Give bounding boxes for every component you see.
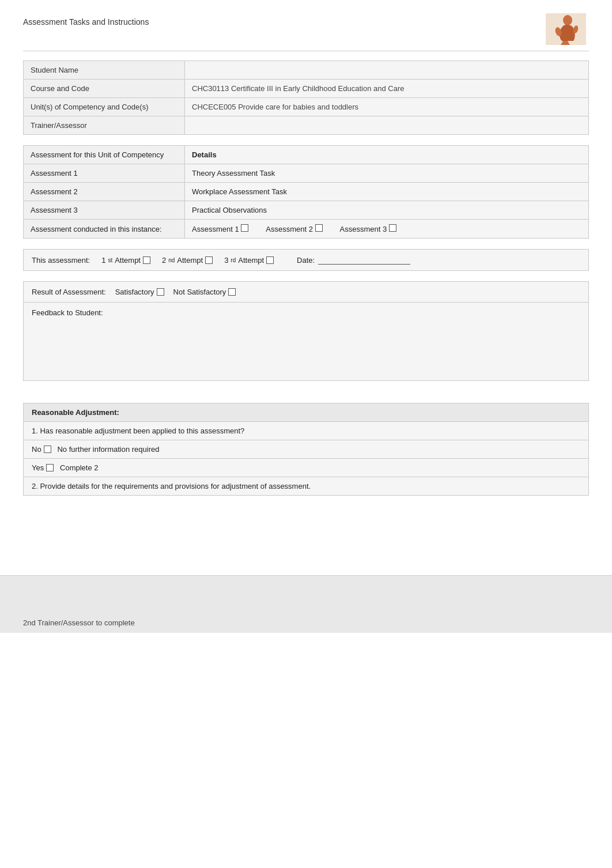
ra-no-option[interactable]: No No further information required bbox=[24, 440, 589, 459]
logo-area bbox=[543, 12, 589, 46]
attempt1-item[interactable]: 1st Attempt bbox=[101, 256, 150, 265]
ra-header-row: Reasonable Adjustment: bbox=[24, 403, 589, 422]
assess-unit-label: Assessment for this Unit of Competency bbox=[24, 146, 185, 164]
table-row: Assessment 1 Theory Assessment Task bbox=[24, 164, 589, 183]
feedback-cell: Feedback to Student: bbox=[24, 303, 589, 381]
feedback-row: Feedback to Student: bbox=[24, 303, 589, 381]
assess2-value: Workplace Assessment Task bbox=[185, 183, 589, 201]
ra-no-checkbox[interactable] bbox=[44, 446, 51, 453]
result-row: Result of Assessment: Satisfactory Not S… bbox=[24, 282, 589, 303]
units-label: Unit(s) of Competency and Code(s) bbox=[24, 98, 185, 116]
ra-q1-row: 1. Has reasonable adjustment been applie… bbox=[24, 422, 589, 440]
ra-q2-row: 2. Provide details for the requirements … bbox=[24, 477, 589, 496]
not-satisfactory-checkbox[interactable] bbox=[228, 288, 236, 296]
table-row: Trainer/Assessor bbox=[24, 116, 589, 135]
trainer-value bbox=[185, 116, 589, 135]
table-row: Student Name bbox=[24, 61, 589, 80]
not-satisfactory-item[interactable]: Not Satisfactory bbox=[173, 288, 236, 296]
units-value: CHCECE005 Provide care for babies and to… bbox=[185, 98, 589, 116]
assess-unit-value: Details bbox=[185, 146, 589, 164]
table-row: Assessment 2 Workplace Assessment Task bbox=[24, 183, 589, 201]
logo-image bbox=[546, 13, 586, 45]
feedback-label: Feedback to Student: bbox=[32, 308, 580, 317]
page-header: Assessment Tasks and Instructions bbox=[23, 12, 589, 51]
page-title: Assessment Tasks and Instructions bbox=[23, 17, 149, 27]
ra-no-row: No No further information required bbox=[24, 440, 589, 459]
table-row: Assessment for this Unit of Competency D… bbox=[24, 146, 589, 164]
table-row: This assessment: 1st Attempt 2nd Attempt… bbox=[24, 250, 589, 271]
ra-yes-item[interactable]: Yes bbox=[32, 463, 54, 472]
date-input-line bbox=[318, 255, 410, 265]
assess2-checkbox-item[interactable]: Assessment 2 bbox=[266, 224, 322, 233]
table-row: Unit(s) of Competency and Code(s) CHCECE… bbox=[24, 98, 589, 116]
assess1-value: Theory Assessment Task bbox=[185, 164, 589, 183]
satisfactory-checkbox[interactable] bbox=[157, 288, 164, 296]
ra-question2: 2. Provide details for the requirements … bbox=[24, 477, 589, 496]
assess1-checkbox[interactable] bbox=[241, 224, 248, 232]
bottom-section: 2nd Trainer/Assessor to complete bbox=[0, 575, 612, 633]
date-label: Date: bbox=[297, 256, 315, 265]
trainer-label: Trainer/Assessor bbox=[24, 116, 185, 135]
ra-yes-checkbox[interactable] bbox=[46, 464, 54, 471]
assess-instance-label: Assessment conducted in this instance: bbox=[24, 220, 185, 239]
course-code-label: Course and Code bbox=[24, 80, 185, 98]
result-cell: Result of Assessment: Satisfactory Not S… bbox=[24, 282, 589, 303]
svg-point-1 bbox=[563, 15, 572, 25]
attempt2-checkbox[interactable] bbox=[205, 256, 213, 264]
table-row: Course and Code CHC30113 Certificate III… bbox=[24, 80, 589, 98]
assess2-label: Assessment 2 bbox=[24, 183, 185, 201]
feedback-content[interactable] bbox=[32, 317, 580, 375]
this-assessment-label: This assessment: bbox=[32, 256, 90, 265]
attempt3-checkbox[interactable] bbox=[266, 256, 274, 264]
assess2-checkbox[interactable] bbox=[315, 224, 323, 232]
result-label: Result of Assessment: bbox=[32, 288, 106, 296]
course-code-value: CHC30113 Certificate III in Early Childh… bbox=[185, 80, 589, 98]
assess3-checkbox[interactable] bbox=[389, 224, 396, 232]
result-feedback-table: Result of Assessment: Satisfactory Not S… bbox=[23, 281, 589, 381]
satisfactory-item[interactable]: Satisfactory bbox=[115, 288, 164, 296]
student-name-value bbox=[185, 61, 589, 80]
ra-yes-option[interactable]: Yes Complete 2 bbox=[24, 459, 589, 477]
assess3-checkbox-item[interactable]: Assessment 3 bbox=[340, 224, 396, 233]
attempt-table: This assessment: 1st Attempt 2nd Attempt… bbox=[23, 249, 589, 271]
date-field: Date: bbox=[297, 255, 410, 265]
assess1-checkbox-item[interactable]: Assessment 1 bbox=[192, 224, 248, 233]
attempt2-item[interactable]: 2nd Attempt bbox=[162, 256, 213, 265]
attempt3-item[interactable]: 3rd Attempt bbox=[224, 256, 274, 265]
assess3-value: Practical Observations bbox=[185, 201, 589, 220]
attempt-cell: This assessment: 1st Attempt 2nd Attempt… bbox=[24, 250, 589, 271]
attempt1-checkbox[interactable] bbox=[143, 256, 150, 264]
assess-instance-value: Assessment 1 Assessment 2 Assessment 3 bbox=[185, 220, 589, 239]
assess1-label: Assessment 1 bbox=[24, 164, 185, 183]
ra-title: Reasonable Adjustment: bbox=[24, 403, 589, 422]
table-row: Assessment 3 Practical Observations bbox=[24, 201, 589, 220]
ra-yes-row: Yes Complete 2 bbox=[24, 459, 589, 477]
ra-no-item[interactable]: No bbox=[32, 445, 51, 454]
ra-question1: 1. Has reasonable adjustment been applie… bbox=[24, 422, 589, 440]
student-info-table: Student Name Course and Code CHC30113 Ce… bbox=[23, 61, 589, 135]
table-row: Assessment conducted in this instance: A… bbox=[24, 220, 589, 239]
bottom-label: 2nd Trainer/Assessor to complete bbox=[23, 618, 135, 627]
reasonable-adjustment-table: Reasonable Adjustment: 1. Has reasonable… bbox=[23, 403, 589, 496]
assessment-details-table: Assessment for this Unit of Competency D… bbox=[23, 145, 589, 239]
student-name-label: Student Name bbox=[24, 61, 185, 80]
assess3-label: Assessment 3 bbox=[24, 201, 185, 220]
